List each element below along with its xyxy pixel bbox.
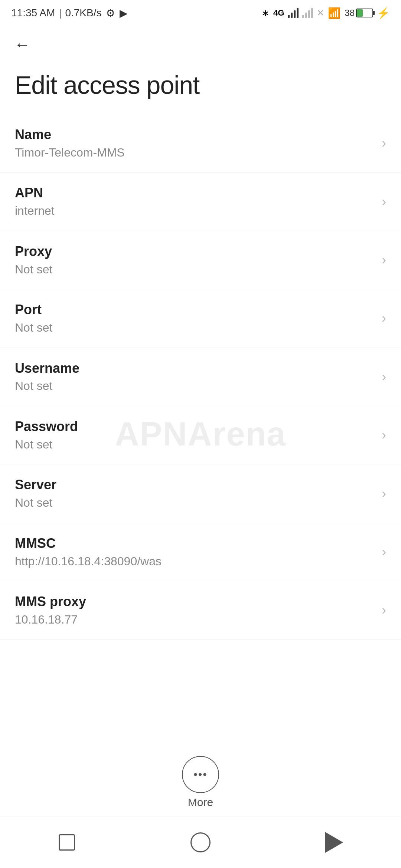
wifi-icon: 📶: [328, 7, 341, 19]
more-label: More: [188, 796, 213, 809]
status-left: 11:35 AM | 0.7KB/s ⚙ ▶: [11, 7, 128, 19]
settings-item-port-label: Port: [15, 301, 374, 319]
chevron-right-icon: ›: [382, 369, 386, 385]
settings-icon: ⚙: [106, 7, 115, 19]
signal-bars-2: [302, 8, 313, 18]
status-time: 11:35 AM: [11, 7, 55, 19]
settings-item-proxy[interactable]: Proxy Not set ›: [0, 231, 401, 289]
settings-item-mmsc-value: http://10.16.18.4:38090/was: [15, 554, 374, 569]
settings-item-name-content: Name Timor-Telecom-MMS: [15, 126, 374, 160]
chevron-right-icon: ›: [382, 310, 386, 326]
page-title: Edit access point: [0, 63, 401, 114]
settings-item-apn-label: APN: [15, 184, 374, 202]
settings-item-apn-value: internet: [15, 203, 374, 219]
settings-item-name-label: Name: [15, 126, 374, 144]
back-button[interactable]: ←: [11, 33, 33, 56]
settings-item-apn-content: APN internet: [15, 184, 374, 218]
settings-item-apn[interactable]: APN internet ›: [0, 172, 401, 231]
no-signal-icon: ✕: [317, 8, 324, 18]
settings-item-username-value: Not set: [15, 378, 374, 394]
settings-item-server[interactable]: Server Not set ›: [0, 464, 401, 523]
settings-item-port-value: Not set: [15, 320, 374, 336]
back-arrow-icon: ←: [14, 35, 30, 54]
settings-item-mmsc-content: MMSC http://10.16.18.4:38090/was: [15, 535, 374, 569]
recent-apps-icon: [59, 834, 75, 851]
settings-item-password[interactable]: Password Not set ›: [0, 406, 401, 464]
settings-list: Name Timor-Telecom-MMS › APN internet › …: [0, 114, 401, 640]
settings-item-proxy-label: Proxy: [15, 243, 374, 260]
settings-item-server-label: Server: [15, 476, 374, 494]
status-right: ∗ 4G ✕ 📶 38 ⚡: [261, 7, 390, 19]
settings-item-mmsc[interactable]: MMSC http://10.16.18.4:38090/was ›: [0, 523, 401, 581]
top-navigation: ←: [0, 26, 401, 63]
settings-item-username-content: Username Not set: [15, 360, 374, 394]
chevron-right-icon: ›: [382, 252, 386, 268]
settings-item-server-value: Not set: [15, 495, 374, 511]
status-speed: | 0.7KB/s: [59, 7, 101, 19]
back-icon: [325, 832, 343, 853]
nav-recent-button[interactable]: [52, 828, 82, 857]
video-icon: ▶: [120, 7, 128, 19]
settings-item-mms-proxy-value: 10.16.18.77: [15, 612, 374, 628]
chevron-right-icon: ›: [382, 427, 386, 443]
settings-item-proxy-value: Not set: [15, 262, 374, 277]
settings-item-password-content: Password Not set: [15, 418, 374, 452]
settings-item-port[interactable]: Port Not set ›: [0, 289, 401, 348]
home-icon: [190, 832, 211, 852]
settings-item-mms-proxy-label: MMS proxy: [15, 593, 374, 611]
status-bar: 11:35 AM | 0.7KB/s ⚙ ▶ ∗ 4G ✕ 📶 38 ⚡: [0, 0, 401, 26]
navigation-bar: [0, 816, 401, 868]
nav-back-button[interactable]: [319, 828, 349, 857]
settings-item-port-content: Port Not set: [15, 301, 374, 335]
settings-item-mms-proxy-content: MMS proxy 10.16.18.77: [15, 593, 374, 627]
more-button[interactable]: •••: [182, 756, 219, 793]
settings-item-name[interactable]: Name Timor-Telecom-MMS ›: [0, 114, 401, 172]
settings-item-username-label: Username: [15, 360, 374, 377]
settings-item-username[interactable]: Username Not set ›: [0, 348, 401, 406]
settings-item-mms-proxy[interactable]: MMS proxy 10.16.18.77 ›: [0, 581, 401, 640]
chevron-right-icon: ›: [382, 194, 386, 210]
settings-item-server-content: Server Not set: [15, 476, 374, 510]
network-4g-icon: 4G: [273, 8, 284, 18]
chevron-right-icon: ›: [382, 544, 386, 560]
settings-item-mmsc-label: MMSC: [15, 535, 374, 552]
nav-home-button[interactable]: [186, 828, 215, 857]
more-dots-icon: •••: [193, 768, 208, 781]
battery: 38: [345, 8, 373, 18]
chevron-right-icon: ›: [382, 486, 386, 502]
settings-item-password-value: Not set: [15, 437, 374, 453]
chevron-right-icon: ›: [382, 135, 386, 151]
signal-bars-1: [288, 8, 299, 18]
bluetooth-icon: ∗: [261, 7, 270, 19]
settings-item-proxy-content: Proxy Not set: [15, 243, 374, 277]
more-section: ••• More: [0, 756, 401, 809]
settings-item-password-label: Password: [15, 418, 374, 435]
chevron-right-icon: ›: [382, 602, 386, 618]
charging-icon: ⚡: [377, 7, 390, 19]
settings-item-name-value: Timor-Telecom-MMS: [15, 145, 374, 161]
